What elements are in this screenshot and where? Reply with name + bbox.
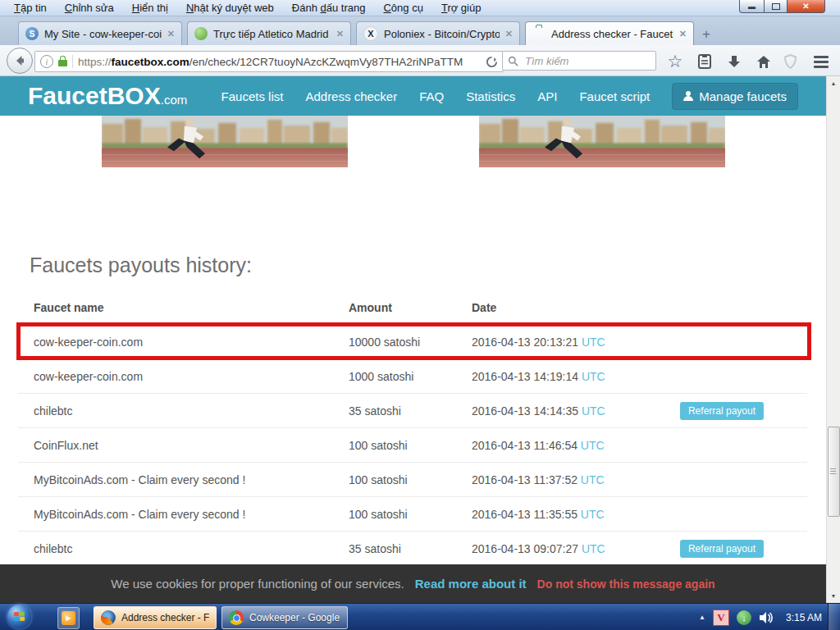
tab-bar: S My Site - cow-keeper-coin.... ✕ Trực t… [0,16,840,45]
tray-expand-icon[interactable]: ▲ [699,614,705,621]
bookmark-star-icon[interactable]: ☆ [666,52,684,71]
amount: 100 satoshi [349,508,408,521]
table-header-row: Faucet name Amount Date [18,292,807,325]
https-lock-icon[interactable] [58,60,67,66]
cookie-notice-bar: We use cookies for proper functioning of… [0,564,826,603]
menu-history[interactable]: Nhật ký duyệt web [177,1,283,15]
nav-address-checker[interactable]: Address checker [305,89,397,103]
tray-idm-icon[interactable]: ↓ [737,610,751,625]
close-button[interactable]: ✕ [787,0,825,13]
bookmarks-panel-icon[interactable] [696,52,714,71]
tab-atletico[interactable]: Trực tiếp Atletico Madrid v... ✕ [187,21,351,45]
utc-link[interactable]: UTC [581,508,605,521]
windows-taskbar: ▶ Address checker - Fa... Cowkeeper - Go… [0,603,840,630]
tab-my-site[interactable]: S My Site - cow-keeper-coin.... ✕ [18,21,182,45]
url-bar[interactable]: i https://faucetbox.com/en/check/12CR7tu… [34,51,504,72]
promo-banner-right[interactable] [479,116,725,167]
amount: 35 satoshi [349,404,401,418]
nav-api[interactable]: API [537,89,557,103]
navigation-toolbar: i https://faucetbox.com/en/check/12CR7tu… [0,45,840,76]
referral-payout-badge[interactable]: Referral payout [680,402,764,420]
utc-link[interactable]: UTC [582,404,605,418]
page-scrollbar[interactable]: ▲ ▼ [826,76,840,603]
search-box[interactable] [502,51,656,71]
utc-link[interactable]: UTC [582,542,605,555]
tab-close-icon[interactable]: ✕ [679,29,687,39]
nav-faq[interactable]: FAQ [419,89,444,103]
cookie-dismiss-link[interactable]: Do not show this message again [537,578,715,591]
reload-icon[interactable] [486,56,498,68]
faucet-name: CoinFlux.net [34,439,98,452]
faucet-name: MyBitcoinAds.com - Claim every second ! [34,473,245,486]
shield-icon[interactable] [781,52,799,71]
scroll-down-icon[interactable]: ▼ [827,589,840,603]
tab-title: Trực tiếp Atletico Madrid v... [213,28,331,40]
menu-view[interactable]: Hiển thị [123,1,177,15]
tab-title: My Site - cow-keeper-coin.... [44,28,162,40]
utc-link[interactable]: UTC [581,473,605,486]
screen: Tập tin Chỉnh sửa Hiển thị Nhật ký duyệt… [0,0,840,630]
faucet-name: MyBitcoinAds.com - Claim every second ! [34,508,245,521]
utc-link[interactable]: UTC [581,439,605,452]
date: 2016-04-13 14:14:35 UTC [472,404,605,418]
url-text[interactable]: https://faucetbox.com/en/check/12CR7tuoy… [78,56,481,68]
tab-address-checker[interactable]: Address checker - FaucetB... ✕ [525,21,694,45]
downloads-icon[interactable] [725,52,743,71]
page-content: FaucetBOX.com Faucets list Address check… [0,76,826,603]
amount: 100 satoshi [349,473,408,486]
payouts-table: Faucet name Amount Date cow-keeper-coin.… [18,292,807,566]
utc-link[interactable]: UTC [582,336,605,349]
amount: 1000 satoshi [349,370,413,383]
new-tab-button[interactable]: + [702,26,710,43]
back-arrow-icon [13,54,26,67]
menu-file[interactable]: Tập tin [5,1,56,15]
home-icon[interactable] [755,52,773,71]
nav-faucets-list[interactable]: Faucets list [221,89,284,103]
menu-help[interactable]: Trợ giúp [432,1,491,15]
tray-v-app-icon[interactable]: V [713,609,729,626]
taskbar-firefox-button[interactable]: Address checker - Fa... [94,606,217,629]
cookie-read-more-link[interactable]: Read more about it [415,577,527,591]
show-desktop-button[interactable] [828,604,840,630]
tab-close-icon[interactable]: ✕ [505,29,513,39]
menu-tools[interactable]: Công cụ [374,1,431,15]
faucet-name: chilebtc [34,404,72,418]
browser-menubar: Tập tin Chỉnh sửa Hiển thị Nhật ký duyệt… [0,0,840,16]
col-amount: Amount [349,301,392,314]
taskbar-chrome-button[interactable]: Cowkeeper - Google ... [221,606,348,629]
scrollbar-thumb[interactable] [828,427,840,517]
table-row: cow-keeper-coin.com 1000 satoshi 2016-04… [18,359,807,394]
menu-bookmarks[interactable]: Đánh dấu trang [283,1,375,15]
referral-payout-badge[interactable]: Referral payout [680,540,764,558]
menu-hamburger-icon[interactable] [812,52,830,71]
amount: 35 satoshi [349,542,401,555]
amount: 10000 satoshi [349,336,420,349]
scroll-up-icon[interactable]: ▲ [827,76,840,90]
quick-launch-media-icon[interactable]: ▶ [57,607,80,629]
tab-title: Address checker - FaucetB... [551,28,673,40]
window-controls: ▬ ✕ [739,0,825,13]
table-row: CoinFlux.net 100 satoshi 2016-04-13 11:4… [18,428,807,463]
menu-edit[interactable]: Chỉnh sửa [56,1,123,15]
back-button[interactable] [7,48,33,74]
maximize-button[interactable] [765,0,787,13]
site-logo[interactable]: FaucetBOX.com [28,82,187,110]
page-info-icon[interactable]: i [40,55,53,68]
utc-link[interactable]: UTC [582,370,605,383]
tab-close-icon[interactable]: ✕ [336,29,344,39]
volume-icon[interactable] [759,611,774,624]
nav-faucet-script[interactable]: Faucet script [579,89,650,103]
cookie-message: We use cookies for proper functioning of… [111,577,404,591]
tab-poloniex[interactable]: X Poloniex - Bitcoin/Cryptoc... ✕ [356,21,520,45]
manage-faucets-button[interactable]: Manage faucets [672,83,798,110]
promo-banner-left[interactable] [102,116,348,167]
divider [72,55,73,68]
firefox-icon [101,610,116,625]
taskbar-clock[interactable]: 3:15 AM [781,612,827,623]
date: 2016-04-13 09:07:27 UTC [472,542,605,555]
start-button[interactable] [7,605,31,628]
tab-close-icon[interactable]: ✕ [167,29,175,39]
search-input[interactable] [523,54,651,68]
nav-statistics[interactable]: Statistics [466,89,515,103]
minimize-button[interactable]: ▬ [739,0,765,13]
